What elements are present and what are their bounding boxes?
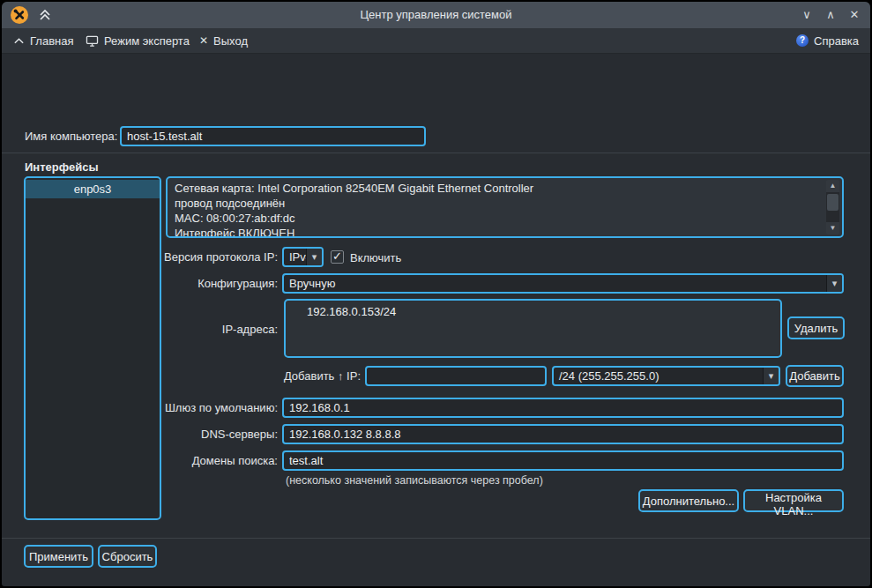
close-x-icon: ✕	[199, 34, 208, 47]
enable-checkbox[interactable]	[331, 250, 344, 264]
ip-version-label: Версия протокола IP:	[55, 250, 278, 264]
netmask-value: /24 (255.255.255.0)	[554, 369, 763, 383]
minimize-button[interactable]: ∨	[800, 8, 814, 22]
toolbar: Главная Режим эксперта ✕ Выход ? Справка	[2, 28, 870, 54]
control-center-window: Центр управления системой ∨ ∧ ✕ Главная …	[2, 2, 870, 586]
enable-label: Включить	[350, 251, 401, 264]
info-line-nic: Сетевая карта: Intel Corporation 82540EM…	[175, 181, 823, 196]
configuration-value: Вручную	[284, 277, 826, 290]
netmask-dropdown[interactable]: /24 (255.255.255.0)	[552, 366, 780, 386]
ip-addresses-label: IP-адреса:	[55, 323, 278, 336]
hostname-input[interactable]	[120, 126, 426, 146]
multi-value-hint: (несколько значений записываются через п…	[286, 474, 543, 487]
chevron-up-icon	[13, 35, 25, 47]
interface-info-box[interactable]: Сетевая карта: Intel Corporation 82540EM…	[166, 176, 844, 238]
scrollbar-thumb[interactable]	[827, 194, 838, 211]
ip-version-value: IPv4	[284, 250, 306, 264]
toolbar-home-label: Главная	[30, 34, 73, 48]
toolbar-item-help[interactable]: ? Справка	[796, 28, 859, 53]
search-domains-label: Домены поиска:	[55, 454, 278, 467]
interface-info-text: Сетевая карта: Intel Corporation 82540EM…	[175, 181, 823, 238]
apply-button[interactable]: Применить	[24, 545, 93, 568]
help-question-icon: ?	[796, 34, 809, 47]
window-title: Центр управления системой	[2, 2, 870, 28]
add-ip-label: Добавить ↑ IP:	[138, 369, 361, 383]
toolbar-help-label: Справка	[814, 34, 859, 48]
toolbar-exit-label: Выход	[213, 34, 248, 48]
scrollbar-track[interactable]	[826, 192, 839, 222]
add-ip-input[interactable]	[365, 366, 547, 386]
interfaces-list[interactable]: enp0s3	[24, 176, 161, 520]
search-domains-input[interactable]	[282, 450, 844, 471]
ip-addresses-list[interactable]: 192.168.0.153/24	[284, 299, 782, 358]
scroll-down-icon[interactable]: ▼	[826, 222, 839, 234]
dns-input[interactable]	[282, 424, 844, 444]
interfaces-section-title: Интерфейсы	[25, 160, 99, 174]
gateway-label: Шлюз по умолчанию:	[55, 401, 278, 414]
section-divider	[2, 153, 870, 153]
titlebar[interactable]: Центр управления системой ∨ ∧ ✕	[2, 2, 870, 28]
toolbar-item-expert-mode[interactable]: Режим эксперта	[86, 28, 190, 53]
advanced-button[interactable]: Дополнительно...	[638, 489, 739, 512]
reset-button[interactable]: Сбросить	[98, 545, 157, 568]
interface-item-enp0s3[interactable]: enp0s3	[26, 180, 160, 198]
configuration-dropdown[interactable]: Вручную	[282, 273, 844, 294]
dns-label: DNS-серверы:	[55, 428, 278, 441]
maximize-button[interactable]: ∧	[824, 8, 838, 22]
gateway-input[interactable]	[282, 398, 844, 418]
add-button[interactable]: Добавить	[786, 365, 844, 387]
info-line-mac: MAC: 08:00:27:ab:df:dc	[175, 211, 823, 226]
ip-version-dropdown[interactable]: IPv4	[282, 247, 324, 267]
hostname-label: Имя компьютера:	[25, 130, 117, 143]
toolbar-item-home[interactable]: Главная	[13, 28, 73, 53]
toolbar-expert-label: Режим эксперта	[104, 34, 190, 48]
info-scrollbar[interactable]: ▲ ▼	[826, 180, 839, 234]
toolbar-item-exit[interactable]: ✕ Выход	[199, 28, 248, 53]
footer-divider	[2, 538, 870, 539]
delete-button[interactable]: Удалить	[787, 316, 845, 339]
info-line-state: Интерфейс ВКЛЮЧЕН	[175, 226, 823, 238]
close-button[interactable]: ✕	[847, 8, 861, 22]
monitor-icon	[86, 35, 99, 47]
info-line-cable: провод подсоединён	[175, 196, 823, 211]
scroll-up-icon[interactable]: ▲	[826, 180, 839, 192]
dropdown-arrow-icon	[306, 249, 322, 265]
configuration-label: Конфигурация:	[55, 277, 278, 290]
ip-address-item[interactable]: 192.168.0.153/24	[286, 304, 780, 320]
dropdown-arrow-icon	[826, 275, 842, 292]
vlan-settings-button[interactable]: Настройка VLAN...	[743, 489, 844, 512]
dropdown-arrow-icon	[763, 368, 779, 384]
